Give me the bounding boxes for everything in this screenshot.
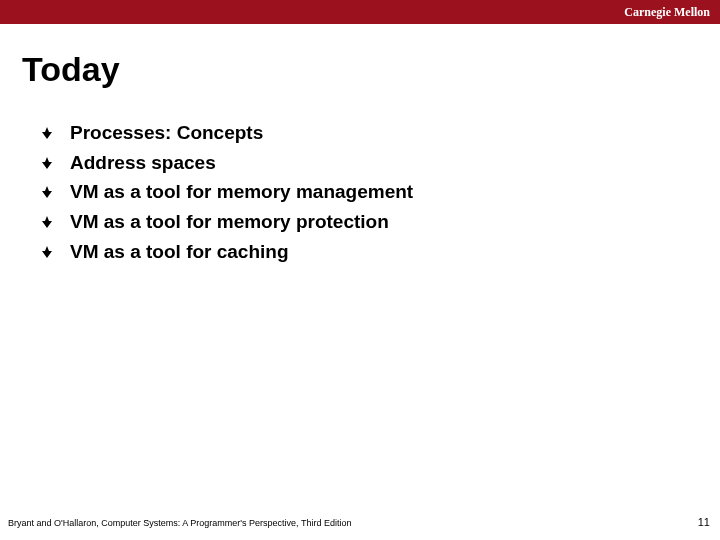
bullet-icon bbox=[42, 127, 52, 139]
list-item: VM as a tool for memory management bbox=[42, 179, 690, 205]
bullet-text: VM as a tool for memory management bbox=[70, 179, 413, 205]
bullet-icon bbox=[42, 246, 52, 258]
bullet-icon bbox=[42, 216, 52, 228]
list-item: VM as a tool for memory protection bbox=[42, 209, 690, 235]
slide-title: Today bbox=[22, 50, 120, 89]
banner: Carnegie Mellon bbox=[0, 0, 720, 24]
bullet-text: VM as a tool for memory protection bbox=[70, 209, 389, 235]
list-item: Address spaces bbox=[42, 150, 690, 176]
list-item: VM as a tool for caching bbox=[42, 239, 690, 265]
bullet-text: Address spaces bbox=[70, 150, 216, 176]
footer-page-number: 11 bbox=[698, 516, 710, 528]
footer-attribution: Bryant and O'Hallaron, Computer Systems:… bbox=[8, 518, 351, 528]
bullet-text: VM as a tool for caching bbox=[70, 239, 289, 265]
bullet-list: Processes: Concepts Address spaces VM as… bbox=[42, 120, 690, 268]
list-item: Processes: Concepts bbox=[42, 120, 690, 146]
bullet-text: Processes: Concepts bbox=[70, 120, 263, 146]
banner-brand: Carnegie Mellon bbox=[624, 5, 710, 20]
slide: Carnegie Mellon Today Processes: Concept… bbox=[0, 0, 720, 540]
bullet-icon bbox=[42, 186, 52, 198]
bullet-icon bbox=[42, 157, 52, 169]
